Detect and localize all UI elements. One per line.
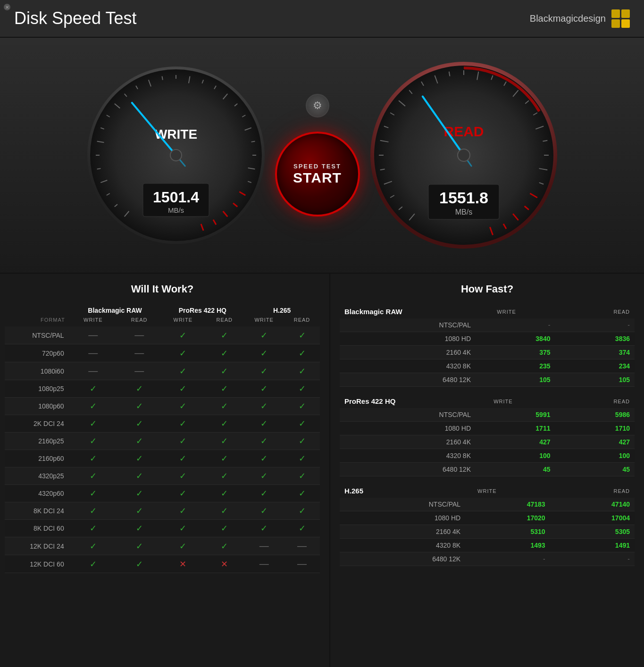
value-cell: ✓	[205, 362, 244, 380]
value-cell: ✕	[205, 555, 244, 573]
hf-codec-header: Blackmagic RAW WRITE READ	[340, 305, 635, 318]
check-icon: ✓	[90, 559, 97, 569]
format-cell: 8K DCI 24	[5, 502, 69, 520]
value-cell: ✓	[244, 344, 284, 362]
table-row: 1080 HD17111710	[340, 422, 635, 435]
check-icon: ✓	[299, 349, 306, 358]
value-cell: ✓	[117, 467, 161, 485]
svg-point-76	[458, 149, 470, 161]
value-cell: ✓	[69, 537, 117, 555]
check-icon: ✓	[136, 471, 143, 481]
check-icon: ✓	[260, 419, 268, 428]
check-icon: ✓	[179, 401, 186, 411]
read-value-cell: 3836	[555, 332, 635, 346]
value-cell: ✓	[69, 415, 117, 433]
format-cell: 1080p60	[5, 398, 69, 415]
format-cell: NTSC/PAL	[340, 498, 465, 511]
format-cell: 2K DCI 24	[5, 415, 69, 433]
start-button[interactable]: SPEED TEST START	[275, 132, 360, 217]
will-it-work-table: Blackmagic RAW ProRes 422 HQ H.265 FORMA…	[5, 305, 320, 573]
check-icon: ✓	[260, 454, 268, 463]
value-cell: ✓	[205, 485, 244, 502]
value-cell: ✓	[69, 502, 117, 520]
table-row: 6480 12K--	[340, 552, 635, 566]
check-icon: ✓	[136, 384, 143, 393]
check-icon: ✓	[221, 542, 228, 551]
table-row: 2160 4K427427	[340, 435, 635, 449]
read-value-cell: 105	[555, 373, 635, 387]
table-row: NTSC/PAL——✓✓✓✓	[5, 326, 320, 344]
value-cell: ✓	[284, 485, 320, 502]
value-cell: ✓	[284, 433, 320, 450]
table-row: 2160p25✓✓✓✓✓✓	[5, 433, 320, 450]
check-icon: ✓	[136, 419, 143, 428]
value-cell: ✓	[205, 380, 244, 398]
table-row: 1080i60——✓✓✓✓	[5, 362, 320, 380]
dash-icon: —	[88, 330, 98, 340]
value-cell: ✓	[205, 450, 244, 467]
value-cell: ✓	[284, 398, 320, 415]
dash-icon: —	[259, 541, 269, 551]
write-col-label: WRITE	[475, 399, 513, 404]
title-bar: Disk Speed Test Blackmagicdesign	[0, 0, 644, 38]
prores-header: ProRes 422 HQ	[161, 305, 244, 316]
table-row: 6480 12K105105	[340, 373, 635, 387]
write-value-cell: -	[476, 318, 555, 332]
table-row: 4320 8K235234	[340, 359, 635, 373]
table-row: 1080 HD1702017004	[340, 511, 635, 525]
write-value-cell: 5310	[465, 525, 550, 539]
check-icon: ✓	[260, 524, 268, 533]
check-icon: ✓	[136, 436, 143, 446]
format-cell: 2160 4K	[340, 346, 476, 359]
check-icon: ✓	[179, 436, 186, 446]
check-icon: ✓	[179, 349, 186, 358]
dash-icon: —	[88, 348, 98, 358]
check-icon: ✓	[221, 367, 228, 376]
dash-icon: —	[134, 348, 144, 358]
table-row: 1080 HD38403836	[340, 332, 635, 346]
check-icon: ✓	[260, 367, 268, 376]
svg-line-20	[162, 76, 162, 80]
check-icon: ✓	[136, 542, 143, 551]
value-cell: ✕	[161, 555, 205, 573]
table-row: NTSC/PAL--	[340, 318, 635, 332]
format-cell: 1080 HD	[340, 422, 476, 435]
bmd-sq-1	[611, 9, 620, 18]
hf-table: NTSC/PAL599159861080 HD171117102160 4K42…	[340, 408, 635, 476]
format-cell: 1080 HD	[340, 511, 465, 525]
check-icon: ✓	[136, 401, 143, 411]
table-row: 2160 4K53105305	[340, 525, 635, 539]
hf-codec-section: Blackmagic RAW WRITE READ NTSC/PAL--1080…	[340, 305, 635, 387]
check-icon: ✓	[299, 419, 306, 428]
hf-table: NTSC/PAL47183471401080 HD17020170042160 …	[340, 498, 635, 566]
check-icon: ✓	[90, 471, 97, 481]
close-button[interactable]: ✕	[4, 4, 10, 10]
table-row: 4320p60✓✓✓✓✓✓	[5, 485, 320, 502]
read-value-cell: 374	[555, 346, 635, 359]
format-cell: 4320 8K	[340, 449, 476, 463]
will-it-work-panel: Will It Work? Blackmagic RAW ProRes 422 …	[0, 274, 330, 667]
format-cell: 4320p60	[5, 485, 69, 502]
svg-text:1501.4: 1501.4	[153, 189, 199, 206]
write-value-cell: 45	[476, 463, 555, 476]
read-value-cell: 1710	[555, 422, 635, 435]
check-icon: ✓	[90, 384, 97, 393]
value-cell: ✓	[161, 398, 205, 415]
check-icon: ✓	[221, 436, 228, 446]
check-icon: ✓	[299, 384, 306, 393]
read-value-cell: 427	[555, 435, 635, 449]
check-icon: ✓	[221, 331, 228, 340]
value-cell: ✓	[69, 450, 117, 467]
check-icon: ✓	[299, 436, 306, 446]
value-cell: ✓	[117, 520, 161, 537]
check-icon: ✓	[299, 331, 306, 340]
format-cell: 1080 HD	[340, 332, 476, 346]
value-cell: —	[69, 362, 117, 380]
check-icon: ✓	[179, 419, 186, 428]
data-section: Will It Work? Blackmagic RAW ProRes 422 …	[0, 274, 644, 667]
value-cell: ✓	[161, 537, 205, 555]
write-gauge-svg: WRITE 1501.4 MB/s	[86, 66, 266, 245]
settings-button[interactable]: ⚙	[306, 94, 329, 117]
value-cell: ✓	[117, 502, 161, 520]
svg-text:MB/s: MB/s	[167, 206, 184, 214]
